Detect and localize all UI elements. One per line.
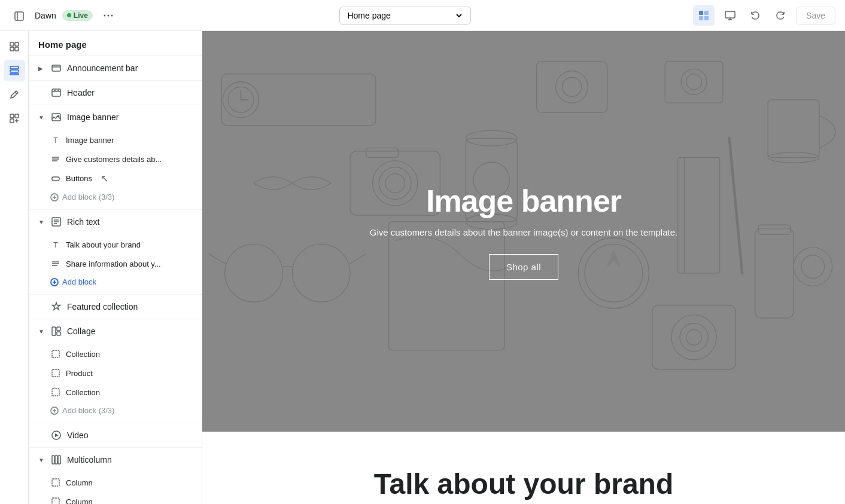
- below-banner-title: Talk about your brand: [226, 468, 821, 500]
- section-label-rich-text: Rich text: [67, 217, 99, 227]
- section-header-section: ▶ Header: [29, 81, 202, 105]
- svg-rect-50: [57, 332, 60, 335]
- svg-rect-34: [52, 177, 59, 181]
- select-mode-icon[interactable]: [693, 5, 715, 26]
- plus-icon-blue: [50, 278, 59, 286]
- rich-text-icon: [50, 216, 62, 228]
- section-collage: ▼ Collage Collect: [29, 319, 202, 423]
- lines-icon2: [50, 258, 61, 269]
- svg-rect-48: [52, 327, 56, 335]
- svg-rect-53: [52, 389, 59, 396]
- svg-rect-22: [10, 119, 14, 123]
- selection-icon: [698, 10, 710, 22]
- chevron-down-icon-collage: ▼: [38, 328, 45, 335]
- chevron-down-icon: [455, 11, 463, 20]
- icon-panel: [0, 31, 29, 504]
- section-header-collage[interactable]: ▼ Collage: [29, 319, 202, 343]
- shop-all-button[interactable]: Shop all: [489, 254, 558, 280]
- banner-overlay: Image banner Give customers details abou…: [370, 183, 677, 280]
- svg-point-101: [671, 315, 716, 360]
- child-buttons[interactable]: Buttons ↖: [29, 169, 202, 188]
- collage-block-icon1: [50, 349, 61, 359]
- live-badge: Live: [62, 10, 93, 21]
- add-block-collage-label: Add block (3/3): [62, 406, 114, 415]
- collage-block-icon2: [50, 368, 61, 378]
- live-dot: [67, 13, 71, 17]
- section-header-multicolumn[interactable]: ▼ Multicolumn: [29, 448, 202, 472]
- child-collage-collection-1[interactable]: Collection: [29, 344, 202, 364]
- chevron-down-icon-banner: ▼: [38, 114, 45, 121]
- more-options-icon[interactable]: [99, 6, 118, 25]
- child-share-info[interactable]: Share information about y...: [29, 254, 202, 273]
- svg-rect-17: [10, 70, 19, 72]
- section-rich-text: ▼ Rich text T Talk about your brand: [29, 210, 202, 295]
- svg-point-4: [111, 14, 113, 16]
- child-label-buttons: Buttons: [66, 174, 92, 183]
- topbar-left: Dawn Live: [10, 6, 118, 25]
- svg-rect-51: [52, 350, 59, 358]
- svg-rect-95: [755, 228, 794, 318]
- sections-icon[interactable]: [4, 60, 25, 81]
- section-header-announcement-bar[interactable]: ▶ Announcement bar: [29, 56, 202, 80]
- child-label-column-1: Column: [66, 478, 93, 487]
- svg-point-103: [686, 329, 702, 345]
- child-label-share-info: Share information about y...: [66, 259, 161, 268]
- canvas[interactable]: Image banner Give customers details abou…: [202, 31, 845, 504]
- video-icon: [50, 429, 62, 441]
- section-header-featured-collection[interactable]: ▶ Featured collection: [29, 295, 202, 319]
- plus-icon-disabled2: [50, 407, 59, 415]
- add-block-rich-text[interactable]: Add block: [29, 273, 202, 291]
- child-image-banner-block[interactable]: T Image banner: [29, 130, 202, 149]
- svg-point-80: [556, 71, 588, 103]
- section-label-multicolumn: Multicolumn: [67, 455, 112, 465]
- svg-rect-61: [58, 456, 60, 464]
- add-block-rich-text-label: Add block: [62, 277, 96, 286]
- section-multicolumn: ▼ Multicolumn Col: [29, 448, 202, 504]
- redo-icon[interactable]: [771, 6, 790, 25]
- save-button[interactable]: Save: [796, 7, 835, 25]
- multicolumn-icon: [50, 454, 62, 466]
- svg-rect-74: [366, 148, 399, 157]
- svg-point-30: [58, 115, 60, 117]
- sidebar-title: Home page: [29, 31, 202, 56]
- add-block-collage: Add block (3/3): [29, 402, 202, 419]
- child-collage-product[interactable]: Product: [29, 364, 202, 383]
- svg-point-104: [794, 248, 832, 286]
- svg-point-82: [225, 244, 283, 302]
- child-column-2[interactable]: Column: [29, 492, 202, 504]
- apps-icon[interactable]: [4, 108, 25, 129]
- svg-rect-12: [10, 42, 14, 46]
- brush-icon[interactable]: [4, 84, 25, 105]
- child-collage-collection-2[interactable]: Collection: [29, 383, 202, 402]
- child-talk-brand[interactable]: T Talk about your brand: [29, 235, 202, 254]
- svg-rect-13: [15, 42, 19, 46]
- svg-line-85: [209, 254, 225, 264]
- undo-icon[interactable]: [746, 6, 765, 25]
- add-block-image-banner-label: Add block (3/3): [62, 193, 114, 201]
- topbar-right: Save: [693, 5, 835, 26]
- svg-rect-21: [15, 114, 19, 118]
- section-label-header: Header: [67, 88, 95, 97]
- svg-point-81: [562, 77, 581, 96]
- child-column-1[interactable]: Column: [29, 473, 202, 492]
- svg-marker-58: [55, 433, 59, 437]
- desktop-icon[interactable]: [721, 6, 740, 25]
- section-image-banner: ▼ Image banner T Image banner: [29, 105, 202, 210]
- svg-line-92: [730, 138, 742, 273]
- section-header-video[interactable]: ▶ Video: [29, 423, 202, 447]
- announcement-bar-icon: [50, 62, 62, 74]
- menu-icon[interactable]: [10, 6, 29, 25]
- section-header-rich-text[interactable]: ▼ Rich text: [29, 210, 202, 234]
- child-give-customers[interactable]: Give customers details ab...: [29, 149, 202, 169]
- dashboard-icon[interactable]: [4, 36, 25, 57]
- svg-rect-18: [10, 74, 19, 75]
- section-featured-collection: ▶ Featured collection: [29, 295, 202, 319]
- section-header-header[interactable]: ▶ Header: [29, 81, 202, 105]
- topbar: Dawn Live Home page: [0, 0, 845, 31]
- page-selector[interactable]: Home page: [339, 7, 471, 25]
- section-header-image-banner[interactable]: ▼ Image banner: [29, 105, 202, 129]
- chevron-down-icon-multicolumn: ▼: [38, 457, 45, 463]
- header-icon: [50, 87, 62, 99]
- svg-rect-79: [536, 61, 607, 112]
- main-layout: Home page ▶ Announcement bar ▶: [0, 31, 845, 504]
